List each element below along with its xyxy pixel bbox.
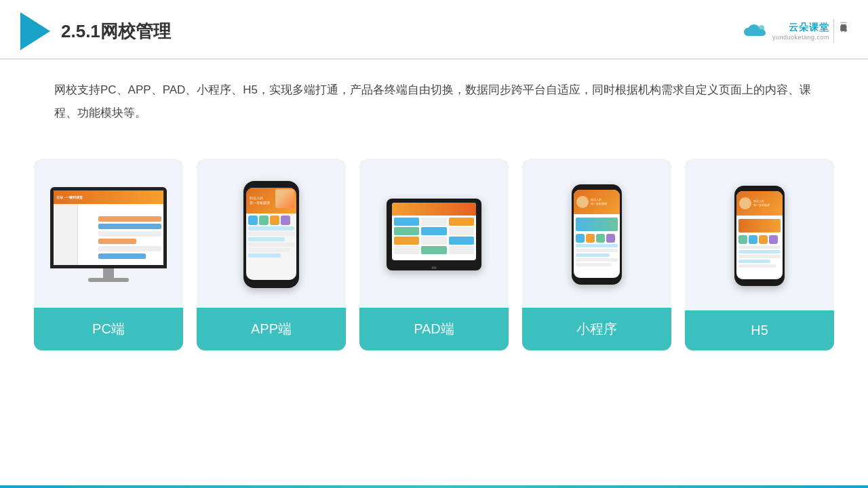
brand-name: 云朵课堂 xyxy=(789,22,829,34)
card-app: 职达人的第一堂刷题课 xyxy=(197,159,346,350)
card-miniprogram: 职达人的第一堂刷题课 xyxy=(522,159,671,350)
card-pad-label: PAD端 xyxy=(359,308,509,350)
brand-logo: 云朵课堂 yunduoketang.com 教育机构一站式服务云平台 xyxy=(740,19,848,43)
logo-triangle-icon xyxy=(20,12,50,50)
app-phone-icon: 职达人的第一堂刷题课 xyxy=(243,181,299,288)
card-app-image: 职达人的第一堂刷题课 xyxy=(197,159,346,308)
brand-text: 云朵课堂 yunduoketang.com xyxy=(772,22,829,41)
bottom-line xyxy=(0,485,868,488)
brand-url: yunduoketang.com xyxy=(772,34,829,41)
brand-slogan: 教育机构一站式服务云平台 xyxy=(833,19,848,43)
page-title: 2.5.1网校管理 xyxy=(61,20,171,43)
card-h5-image: 职达人的第一堂刷题课 xyxy=(685,159,834,310)
miniprogram-phone-icon: 职达人的第一堂刷题课 xyxy=(572,184,622,285)
description-text: 网校支持PC、APP、PAD、小程序、H5，实现多端打通，产品各终端自由切换，数… xyxy=(0,60,868,131)
pc-monitor-icon: 云朵 · 一键到课堂 xyxy=(50,187,167,282)
card-pc-image: 云朵 · 一键到课堂 xyxy=(34,159,183,308)
card-pc: 云朵 · 一键到课堂 xyxy=(34,159,183,350)
svg-point-0 xyxy=(759,25,764,30)
card-pad-image xyxy=(359,159,509,308)
card-h5: 职达人的第一堂刷题课 xyxy=(685,159,834,350)
card-app-label: APP端 xyxy=(197,308,346,350)
header-left: 2.5.1网校管理 xyxy=(20,12,171,50)
cards-container: 云朵 · 一键到课堂 xyxy=(0,138,868,350)
header: 2.5.1网校管理 云朵课堂 yunduoketang.com 教育机构一站式服… xyxy=(0,0,868,60)
h5-phone-icon: 职达人的第一堂刷题课 xyxy=(734,186,785,286)
pad-tablet-icon xyxy=(387,199,481,270)
card-miniprogram-image: 职达人的第一堂刷题课 xyxy=(522,159,671,308)
card-h5-label: H5 xyxy=(685,310,834,350)
card-pc-label: PC端 xyxy=(34,308,183,350)
card-miniprogram-label: 小程序 xyxy=(522,308,671,350)
card-pad: PAD端 xyxy=(359,159,509,350)
cloud-icon xyxy=(740,21,768,41)
